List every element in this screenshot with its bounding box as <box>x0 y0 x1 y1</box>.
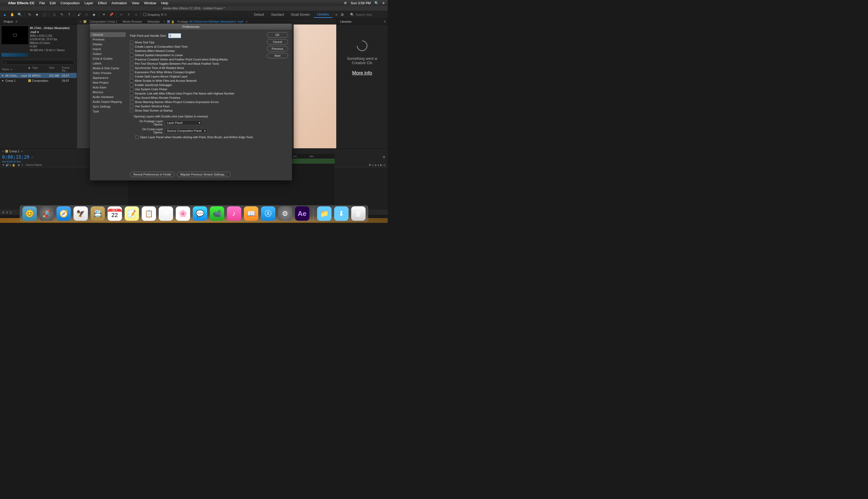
prefs-checkbox-6[interactable] <box>130 66 133 70</box>
clone-tool-icon[interactable]: ⎍ <box>84 12 89 17</box>
prefs-checkbox-9[interactable] <box>130 79 133 82</box>
app-menu[interactable]: After Effects CC <box>8 1 35 5</box>
menu-composition[interactable]: Composition <box>60 1 80 5</box>
clock[interactable]: Sun 3:59 PM <box>351 1 371 5</box>
dock-finder-icon[interactable]: 😊 <box>22 206 37 221</box>
prefs-checkbox-16[interactable] <box>130 109 133 112</box>
project-row[interactable]: ▸ 4K-Chim… .mp4 MPEG 252 MB 29.97 <box>0 73 77 78</box>
label-col-icon[interactable]: ◆ <box>18 163 20 167</box>
brush-tool-icon[interactable]: 🖌 <box>76 12 82 17</box>
dock-notes-icon[interactable]: 📝 <box>125 206 139 221</box>
menu-edit[interactable]: Edit <box>50 1 56 5</box>
camera-tool-icon[interactable]: ■ <box>34 12 40 17</box>
dock-settings-icon[interactable]: ⚙ <box>278 206 292 221</box>
prefs-checkbox-4[interactable] <box>130 58 133 61</box>
prefs-checkbox-10[interactable] <box>130 83 133 87</box>
migrate-settings-button[interactable]: Migrate Previous Version Settings… <box>177 172 231 177</box>
project-row[interactable]: ▸ Comp 1 Composition 29.97 <box>0 78 77 83</box>
prefs-nav-output[interactable]: Output <box>90 51 126 56</box>
prefs-nav-display[interactable]: Display <box>90 42 126 47</box>
workspace-standard[interactable]: Standard <box>268 12 287 17</box>
tab-close-icon[interactable]: × <box>162 20 166 23</box>
handle-size-input[interactable] <box>168 33 181 38</box>
solo-toggle-icon[interactable]: ● <box>10 163 11 167</box>
dock-downloads-icon[interactable]: ⬇ <box>334 206 349 221</box>
notification-icon[interactable]: ⟳ <box>344 1 347 5</box>
prefs-checkbox-3[interactable] <box>130 53 133 57</box>
menu-window[interactable]: Window <box>144 1 156 5</box>
dock-after-effects-icon[interactable]: Ae <box>295 206 309 221</box>
tab-menu-icon[interactable]: ≡ <box>21 150 23 153</box>
menu-layer[interactable]: Layer <box>84 1 93 5</box>
label-swatch[interactable] <box>28 80 31 82</box>
prefs-nav-sync[interactable]: Sync Settings <box>90 104 126 109</box>
workspace-small-screen[interactable]: Small Screen <box>288 12 313 17</box>
fx-col-icon[interactable]: ⚹ <box>372 163 374 167</box>
dock-photos-icon[interactable]: 🌸 <box>176 206 190 221</box>
menu-help[interactable]: Help <box>161 1 168 5</box>
hand-tool-icon[interactable]: ✋ <box>10 12 15 17</box>
world-axis-icon[interactable]: ⬍ <box>126 12 131 17</box>
prefs-checkbox-2[interactable] <box>130 49 133 52</box>
reveal-prefs-button[interactable]: Reveal Preferences in Finder <box>130 172 175 177</box>
timeline-search[interactable]: ⌕ <box>32 155 33 159</box>
motion-blur-icon[interactable]: ● <box>378 163 379 167</box>
3d-icon[interactable]: ◎ <box>383 163 386 167</box>
frame-blend-icon[interactable]: ◈ <box>375 163 377 167</box>
reveal-icon[interactable]: ▸ <box>2 79 5 82</box>
workspace-default[interactable]: Default <box>251 12 267 17</box>
menu-view[interactable]: View <box>132 1 139 5</box>
menu-file[interactable]: File <box>39 1 45 5</box>
eraser-tool-icon[interactable]: ◆ <box>91 12 97 17</box>
prefs-checkbox-13[interactable] <box>130 96 133 99</box>
col-size[interactable]: Size <box>49 66 62 72</box>
prefs-nav-labels[interactable]: Labels <box>90 61 126 66</box>
menu-effect[interactable]: Effect <box>98 1 107 5</box>
prefs-checkbox-12[interactable] <box>130 92 133 95</box>
adjustment-icon[interactable]: ◐ <box>380 163 382 167</box>
dock-maps-icon[interactable]: 🗺 <box>159 206 173 221</box>
workspace-reset-icon[interactable]: ⊞ <box>340 12 345 17</box>
zoom-tool-icon[interactable]: 🔍 <box>17 12 22 17</box>
selection-tool-icon[interactable]: ▲ <box>2 12 8 17</box>
dock-safari-icon[interactable]: 🧭 <box>57 206 71 221</box>
video-toggle-icon[interactable]: 👁 <box>2 163 5 167</box>
menu-animation[interactable]: Animation <box>112 1 127 5</box>
reveal-icon[interactable]: ▸ <box>2 74 5 77</box>
lock-toggle-icon[interactable]: 🔒 <box>12 163 15 167</box>
project-search[interactable]: ⌕ <box>2 60 75 65</box>
dock-messages-icon[interactable]: 💬 <box>193 206 207 221</box>
next-button[interactable]: Next <box>267 53 288 58</box>
prefs-checkbox-7[interactable] <box>130 71 133 74</box>
snapping-checkbox[interactable] <box>143 13 146 16</box>
menu-extras-icon[interactable]: ≡ <box>382 1 384 5</box>
prefs-nav-previews[interactable]: Previews <box>90 37 126 42</box>
view-axis-icon[interactable]: ⊕ <box>133 12 139 17</box>
dock-facetime-icon[interactable]: 📹 <box>210 206 224 221</box>
workspace-overflow-icon[interactable]: » <box>334 12 339 17</box>
prefs-nav-appearance[interactable]: Appearance <box>90 75 126 80</box>
dock-reminders-icon[interactable]: 📋 <box>142 206 156 221</box>
ok-button[interactable]: OK <box>267 32 288 38</box>
dock-appstore-icon[interactable]: Ⓐ <box>261 206 275 221</box>
footage-layer-dropdown[interactable]: Layer Panel▾ <box>165 120 203 125</box>
col-label-icon[interactable]: ◆ <box>28 66 32 72</box>
prefs-nav-import[interactable]: Import <box>90 47 126 51</box>
audio-toggle-icon[interactable]: 🔊 <box>5 163 9 167</box>
tab-menu-icon[interactable]: ≡ <box>246 20 247 23</box>
pen-tool-icon[interactable]: ✎ <box>59 12 64 17</box>
prefs-checkbox-11[interactable] <box>130 88 133 91</box>
roto-tool-icon[interactable]: ✦ <box>101 12 107 17</box>
previous-button[interactable]: Previous <box>267 46 288 51</box>
current-timecode[interactable]: 0;00;15;29 <box>2 155 29 160</box>
prefs-nav-media[interactable]: Media & Disk Cache <box>90 66 126 71</box>
dock-itunes-icon[interactable]: ♪ <box>227 206 241 221</box>
project-tab[interactable]: Project <box>2 20 14 24</box>
prefs-checkbox-15[interactable] <box>130 105 133 108</box>
libraries-tab[interactable]: Libraries <box>339 20 353 24</box>
prefs-nav-video[interactable]: Video Preview <box>90 71 126 75</box>
prefs-checkbox-1[interactable] <box>130 45 133 48</box>
prefs-checkbox-14[interactable] <box>130 100 133 104</box>
prefs-checkbox-5[interactable] <box>130 62 133 65</box>
pan-behind-tool-icon[interactable]: ⬚ <box>42 12 47 17</box>
